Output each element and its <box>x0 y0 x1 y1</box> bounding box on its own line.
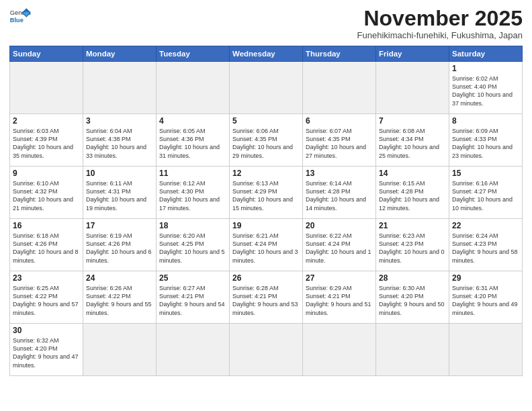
location: Funehikimachi-funehiki, Fukushima, Japan <box>357 30 523 40</box>
day-number: 12 <box>232 169 300 178</box>
page: General Blue November 2025 Funehikimachi… <box>0 0 532 411</box>
title-block: November 2025 Funehikimachi-funehiki, Fu… <box>357 7 523 40</box>
day-info: Sunrise: 6:27 AM Sunset: 4:21 PM Dayligh… <box>159 284 226 317</box>
day-number: 26 <box>232 273 300 283</box>
day-number: 2 <box>13 116 80 126</box>
day-info: Sunrise: 6:02 AM Sunset: 4:40 PM Dayligh… <box>452 75 519 107</box>
calendar-cell <box>157 324 230 376</box>
calendar-week-row: 1Sunrise: 6:02 AM Sunset: 4:40 PM Daylig… <box>10 62 523 114</box>
calendar-cell: 2Sunrise: 6:03 AM Sunset: 4:39 PM Daylig… <box>10 114 83 167</box>
weekday-header-tuesday: Tuesday <box>157 46 230 62</box>
day-number: 25 <box>159 273 226 283</box>
day-number: 18 <box>159 221 226 230</box>
calendar-cell: 29Sunrise: 6:31 AM Sunset: 4:20 PM Dayli… <box>449 271 523 324</box>
day-number: 11 <box>159 169 226 178</box>
day-info: Sunrise: 6:22 AM Sunset: 4:24 PM Dayligh… <box>306 232 373 265</box>
day-number: 16 <box>13 221 80 230</box>
day-info: Sunrise: 6:16 AM Sunset: 4:27 PM Dayligh… <box>452 179 519 212</box>
calendar-cell: 27Sunrise: 6:29 AM Sunset: 4:21 PM Dayli… <box>303 271 376 324</box>
weekday-header-friday: Friday <box>376 46 449 62</box>
day-number: 21 <box>379 221 446 230</box>
day-info: Sunrise: 6:04 AM Sunset: 4:38 PM Dayligh… <box>86 127 153 160</box>
weekday-header-thursday: Thursday <box>303 46 376 62</box>
weekday-header-monday: Monday <box>83 46 157 62</box>
day-info: Sunrise: 6:07 AM Sunset: 4:35 PM Dayligh… <box>306 127 373 160</box>
calendar-cell: 15Sunrise: 6:16 AM Sunset: 4:27 PM Dayli… <box>449 167 523 219</box>
calendar-cell: 3Sunrise: 6:04 AM Sunset: 4:38 PM Daylig… <box>83 114 157 167</box>
calendar-cell: 24Sunrise: 6:26 AM Sunset: 4:22 PM Dayli… <box>83 271 157 324</box>
day-info: Sunrise: 6:11 AM Sunset: 4:31 PM Dayligh… <box>86 179 153 212</box>
day-number: 15 <box>452 169 519 178</box>
calendar-cell <box>376 62 449 114</box>
calendar-cell: 26Sunrise: 6:28 AM Sunset: 4:21 PM Dayli… <box>230 271 303 324</box>
weekday-header-wednesday: Wednesday <box>230 46 303 62</box>
day-number: 6 <box>306 116 373 126</box>
calendar-week-row: 16Sunrise: 6:18 AM Sunset: 4:26 PM Dayli… <box>10 219 523 271</box>
calendar-cell <box>83 62 157 114</box>
calendar-cell: 11Sunrise: 6:12 AM Sunset: 4:30 PM Dayli… <box>157 167 230 219</box>
day-info: Sunrise: 6:15 AM Sunset: 4:28 PM Dayligh… <box>379 179 446 212</box>
calendar-week-row: 23Sunrise: 6:25 AM Sunset: 4:22 PM Dayli… <box>10 271 523 324</box>
calendar-week-row: 9Sunrise: 6:10 AM Sunset: 4:32 PM Daylig… <box>10 167 523 219</box>
calendar-cell: 7Sunrise: 6:08 AM Sunset: 4:34 PM Daylig… <box>376 114 449 167</box>
day-info: Sunrise: 6:09 AM Sunset: 4:33 PM Dayligh… <box>452 127 519 160</box>
weekday-header-sunday: Sunday <box>10 46 83 62</box>
calendar-cell: 1Sunrise: 6:02 AM Sunset: 4:40 PM Daylig… <box>449 62 523 114</box>
day-number: 23 <box>13 273 80 283</box>
day-number: 9 <box>13 169 80 178</box>
day-info: Sunrise: 6:12 AM Sunset: 4:30 PM Dayligh… <box>159 179 226 212</box>
day-number: 8 <box>452 116 519 126</box>
calendar-cell: 8Sunrise: 6:09 AM Sunset: 4:33 PM Daylig… <box>449 114 523 167</box>
day-info: Sunrise: 6:31 AM Sunset: 4:20 PM Dayligh… <box>452 284 519 317</box>
day-info: Sunrise: 6:25 AM Sunset: 4:22 PM Dayligh… <box>13 284 80 317</box>
calendar-cell: 17Sunrise: 6:19 AM Sunset: 4:26 PM Dayli… <box>83 219 157 271</box>
calendar-cell: 14Sunrise: 6:15 AM Sunset: 4:28 PM Dayli… <box>376 167 449 219</box>
calendar-cell <box>230 62 303 114</box>
calendar-cell <box>303 62 376 114</box>
day-number: 20 <box>306 221 373 230</box>
day-info: Sunrise: 6:23 AM Sunset: 4:23 PM Dayligh… <box>379 232 446 265</box>
svg-text:Blue: Blue <box>10 17 24 24</box>
day-info: Sunrise: 6:24 AM Sunset: 4:23 PM Dayligh… <box>452 232 519 265</box>
day-info: Sunrise: 6:08 AM Sunset: 4:34 PM Dayligh… <box>379 127 446 160</box>
day-info: Sunrise: 6:10 AM Sunset: 4:32 PM Dayligh… <box>13 179 80 212</box>
logo: General Blue <box>9 7 31 26</box>
day-info: Sunrise: 6:30 AM Sunset: 4:20 PM Dayligh… <box>379 284 446 317</box>
calendar-cell: 19Sunrise: 6:21 AM Sunset: 4:24 PM Dayli… <box>230 219 303 271</box>
calendar-cell: 22Sunrise: 6:24 AM Sunset: 4:23 PM Dayli… <box>449 219 523 271</box>
header: General Blue November 2025 Funehikimachi… <box>9 7 523 40</box>
day-number: 24 <box>86 273 153 283</box>
day-info: Sunrise: 6:19 AM Sunset: 4:26 PM Dayligh… <box>86 232 153 265</box>
calendar-body: 1Sunrise: 6:02 AM Sunset: 4:40 PM Daylig… <box>10 62 523 376</box>
day-number: 5 <box>232 116 300 126</box>
calendar-cell: 28Sunrise: 6:30 AM Sunset: 4:20 PM Dayli… <box>376 271 449 324</box>
calendar-week-row: 2Sunrise: 6:03 AM Sunset: 4:39 PM Daylig… <box>10 114 523 167</box>
calendar-cell <box>230 324 303 376</box>
calendar-cell: 20Sunrise: 6:22 AM Sunset: 4:24 PM Dayli… <box>303 219 376 271</box>
calendar-cell: 23Sunrise: 6:25 AM Sunset: 4:22 PM Dayli… <box>10 271 83 324</box>
day-number: 10 <box>86 169 153 178</box>
calendar-cell <box>376 324 449 376</box>
day-number: 7 <box>379 116 446 126</box>
generalblue-logo-icon: General Blue <box>9 7 31 26</box>
day-number: 4 <box>159 116 226 126</box>
day-info: Sunrise: 6:20 AM Sunset: 4:25 PM Dayligh… <box>159 232 226 265</box>
calendar-cell: 4Sunrise: 6:05 AM Sunset: 4:36 PM Daylig… <box>157 114 230 167</box>
day-number: 28 <box>379 273 446 283</box>
day-number: 17 <box>86 221 153 230</box>
calendar-cell <box>83 324 157 376</box>
day-info: Sunrise: 6:06 AM Sunset: 4:35 PM Dayligh… <box>232 127 300 160</box>
day-number: 19 <box>232 221 300 230</box>
day-info: Sunrise: 6:21 AM Sunset: 4:24 PM Dayligh… <box>232 232 300 265</box>
day-number: 3 <box>86 116 153 126</box>
calendar-cell <box>157 62 230 114</box>
calendar-cell <box>449 324 523 376</box>
day-number: 22 <box>452 221 519 230</box>
calendar-cell: 5Sunrise: 6:06 AM Sunset: 4:35 PM Daylig… <box>230 114 303 167</box>
day-info: Sunrise: 6:26 AM Sunset: 4:22 PM Dayligh… <box>86 284 153 317</box>
calendar-cell: 6Sunrise: 6:07 AM Sunset: 4:35 PM Daylig… <box>303 114 376 167</box>
day-number: 27 <box>306 273 373 283</box>
day-number: 1 <box>452 64 519 73</box>
day-info: Sunrise: 6:32 AM Sunset: 4:20 PM Dayligh… <box>13 336 80 369</box>
calendar-cell: 18Sunrise: 6:20 AM Sunset: 4:25 PM Dayli… <box>157 219 230 271</box>
